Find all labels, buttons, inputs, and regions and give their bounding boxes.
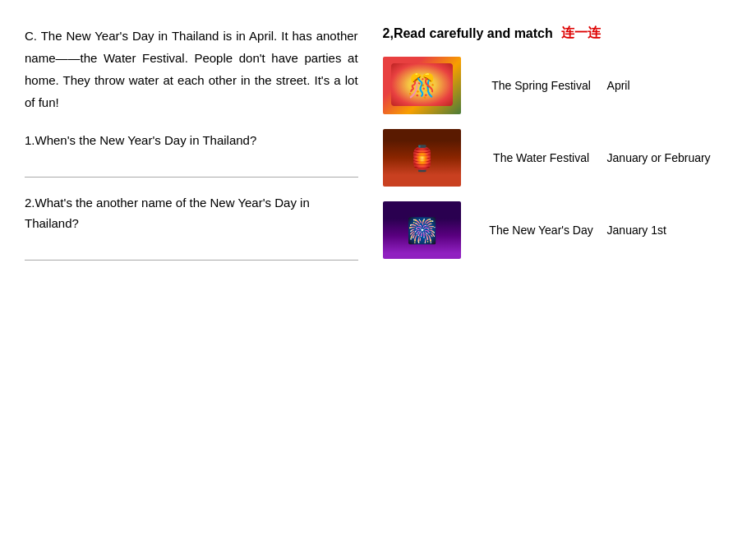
match-row-spring: The Spring Festival April [383, 57, 731, 114]
page-container: C. The New Year's Day in Thailand is in … [0, 0, 756, 298]
festival-name-spring: The Spring Festival [476, 79, 607, 92]
question-2: 2.What's the another name of the New Yea… [25, 192, 358, 261]
left-section: C. The New Year's Day in Thailand is in … [25, 25, 375, 274]
section-title-text: 2,Read carefully and match [383, 26, 553, 41]
passage-text: C. The New Year's Day in Thailand is in … [25, 25, 358, 113]
question-1: 1.When's the New Year's Day in Thailand? [25, 130, 358, 178]
answer-line-1[interactable] [25, 163, 358, 178]
section-title: 2,Read carefully and match 连一连 [383, 25, 731, 42]
festival-name-water: The Water Festival [476, 151, 607, 164]
answer-line-2[interactable] [25, 246, 358, 261]
match-row-newyear: The New Year's Day January 1st [383, 201, 731, 259]
festival-date-newyear: January 1st [607, 224, 714, 237]
image-water [383, 129, 461, 187]
question-1-label: 1.When's the New Year's Day in Thailand? [25, 133, 256, 147]
festival-name-newyear: The New Year's Day [476, 224, 607, 237]
match-row-water: The Water Festival January or February [383, 129, 731, 187]
festival-date-water: January or February [607, 151, 714, 164]
image-spring [383, 57, 461, 114]
image-newyear [383, 201, 461, 259]
section-title-chinese: 连一连 [561, 25, 601, 42]
question-2-label: 2.What's the another name of the New Yea… [25, 196, 310, 231]
festival-date-spring: April [607, 79, 714, 92]
right-section: 2,Read carefully and match 连一连 The Sprin… [375, 25, 731, 274]
